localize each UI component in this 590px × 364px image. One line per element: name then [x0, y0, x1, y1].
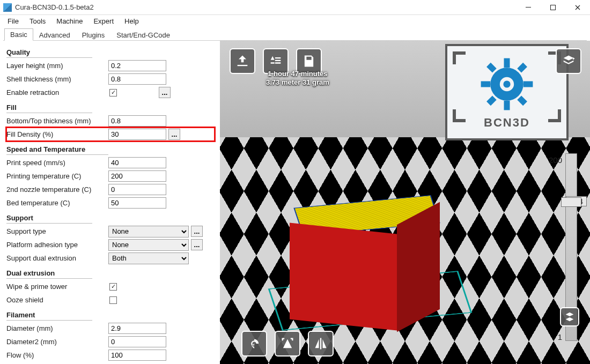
input-layer-height[interactable] [108, 60, 166, 71]
section-quality: Quality [6, 48, 92, 58]
fill-density-more-button[interactable]: ... [168, 129, 180, 140]
settings-panel[interactable]: Quality Layer height (mm) Shell thicknes… [0, 41, 220, 364]
svg-rect-9 [517, 63, 527, 73]
view-mode-button[interactable] [556, 48, 581, 74]
input-flow[interactable] [108, 350, 166, 361]
section-speedtemp: Speed and Temperature [6, 145, 108, 155]
input-bottom-top[interactable] [108, 115, 166, 127]
print-time-text: 1 hour 47 minutes [266, 70, 329, 78]
close-button[interactable] [565, 0, 590, 15]
checkbox-enable-retraction[interactable] [109, 89, 117, 96]
svg-rect-1 [551, 5, 556, 10]
section-dualext: Dual extrusion [6, 269, 92, 279]
label-flow: Flow (%) [6, 351, 108, 359]
checkbox-ooze-shield[interactable] [109, 296, 117, 304]
label-layer-height: Layer height (mm) [6, 62, 108, 70]
model-preview[interactable] [290, 191, 434, 325]
select-platform-adh[interactable]: None [108, 239, 189, 251]
tab-plugins[interactable]: Plugins [76, 29, 111, 41]
tab-gcode[interactable]: Start/End-GCode [110, 29, 176, 41]
label-fill-density: Fill Density (%) [6, 130, 108, 138]
svg-rect-0 [526, 7, 531, 8]
svg-rect-8 [486, 63, 497, 73]
gear-icon [477, 55, 536, 114]
label-print-speed: Print speed (mm/s) [6, 159, 108, 167]
rotate-button[interactable] [241, 331, 267, 356]
label-shell-thickness: Shell thickness (mm) [6, 75, 108, 83]
section-fill: Fill [6, 103, 92, 113]
input-diameter[interactable] [108, 323, 166, 334]
label-platform-adh: Platform adhesion type [6, 241, 108, 249]
label-bed-temp: Bed temperature (C) [6, 199, 108, 207]
brand-text: BCN3D [484, 116, 530, 130]
platform-adh-more-button[interactable]: ... [191, 239, 203, 250]
checkbox-wipe-prime[interactable] [109, 283, 117, 291]
svg-rect-11 [517, 95, 527, 106]
label-support-type: Support type [6, 227, 108, 235]
svg-rect-7 [523, 81, 533, 87]
menu-expert[interactable]: Expert [88, 16, 119, 26]
input-bed-temp[interactable] [108, 197, 166, 209]
input-nozzle2-temp[interactable] [108, 184, 166, 195]
svg-point-12 [503, 80, 510, 87]
input-diameter2[interactable] [108, 336, 166, 347]
label-wipe-prime: Wipe & prime tower [6, 283, 108, 291]
tab-basic[interactable]: Basic [4, 28, 33, 41]
svg-rect-4 [504, 58, 510, 68]
svg-rect-6 [481, 81, 491, 87]
input-print-temp[interactable] [108, 170, 166, 182]
titlebar: Cura-BCN3D-0.1.5-beta2 [0, 0, 590, 15]
section-support: Support [6, 214, 92, 224]
label-ooze-shield: Ooze shield [6, 296, 108, 304]
minimize-button[interactable] [516, 0, 541, 15]
viewport-3d[interactable]: BCN3D 1 hour 47 minutes 3.73 meter 31 gr… [220, 41, 590, 364]
logo-board: BCN3D [445, 44, 569, 140]
support-type-more-button[interactable]: ... [191, 226, 203, 237]
svg-rect-5 [504, 101, 510, 110]
menu-help[interactable]: Help [119, 16, 144, 26]
menu-file[interactable]: File [2, 16, 24, 26]
mirror-button[interactable] [308, 331, 334, 356]
label-support-dual: Support dual extrusion [6, 254, 108, 262]
layer-down-button[interactable] [560, 307, 579, 326]
viewport-bottom-toolbar [241, 331, 334, 356]
window-title: Cura-BCN3D-0.1.5-beta2 [15, 3, 94, 11]
label-bottom-top: Bottom/Top thickness (mm) [6, 117, 108, 125]
label-nozzle2-temp: 2nd nozzle temperature (C) [6, 185, 108, 194]
menubar: File Tools Machine Expert Help [0, 15, 590, 27]
open-file-button[interactable] [230, 48, 255, 74]
label-diameter2: Diameter2 (mm) [6, 338, 108, 346]
print-material-text: 3.73 meter 31 gram [266, 78, 329, 87]
settings-tabs: Basic Advanced Plugins Start/End-GCode [3, 28, 587, 41]
menu-tools[interactable]: Tools [24, 16, 51, 26]
input-fill-density[interactable] [108, 129, 166, 140]
menu-machine[interactable]: Machine [51, 16, 88, 26]
retraction-more-button[interactable]: ... [159, 87, 171, 98]
select-support-dual[interactable]: Both [108, 252, 189, 264]
layer-slider-max: 200 [549, 155, 562, 165]
print-estimate: 1 hour 47 minutes 3.73 meter 31 gram [266, 70, 329, 87]
app-icon [3, 3, 12, 12]
svg-rect-10 [486, 95, 497, 106]
layer-slider-min: 1 [558, 332, 562, 341]
maximize-button[interactable] [541, 0, 565, 15]
scale-button[interactable] [275, 331, 300, 356]
layer-slider-handle[interactable] [561, 197, 581, 207]
select-support-type[interactable]: None [108, 226, 189, 237]
input-shell-thickness[interactable] [108, 73, 166, 85]
label-print-temp: Printing temperature (C) [6, 172, 108, 180]
label-diameter: Diameter (mm) [6, 324, 108, 332]
label-enable-retraction: Enable retraction [6, 88, 108, 96]
input-print-speed[interactable] [108, 157, 166, 168]
tab-advanced[interactable]: Advanced [33, 29, 76, 41]
section-filament: Filament [6, 311, 92, 321]
